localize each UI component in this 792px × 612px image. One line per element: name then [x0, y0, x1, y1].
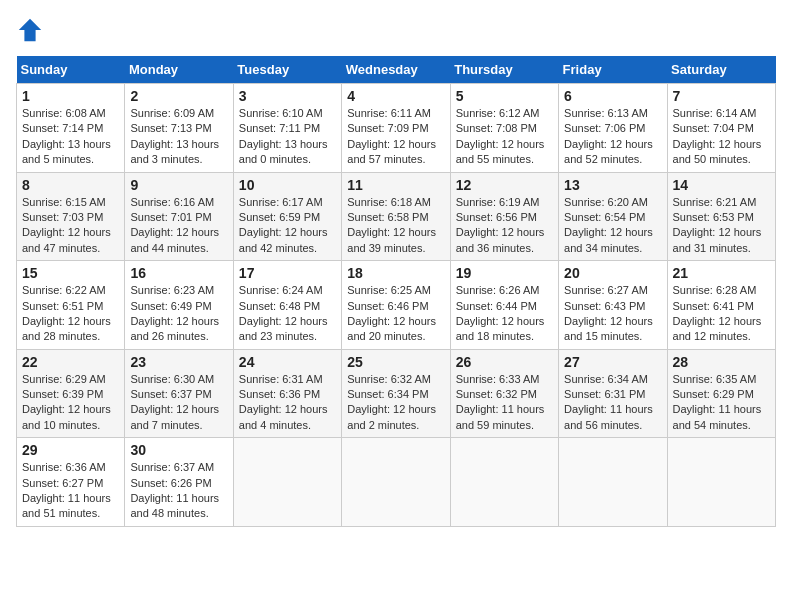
day-info: Sunrise: 6:09 AM Sunset: 7:13 PM Dayligh…	[130, 106, 227, 168]
calendar-cell: 7Sunrise: 6:14 AM Sunset: 7:04 PM Daylig…	[667, 84, 775, 173]
day-number: 30	[130, 442, 227, 458]
calendar-cell	[450, 438, 558, 527]
weekday-header-sunday: Sunday	[17, 56, 125, 84]
calendar-cell: 12Sunrise: 6:19 AM Sunset: 6:56 PM Dayli…	[450, 172, 558, 261]
day-info: Sunrise: 6:32 AM Sunset: 6:34 PM Dayligh…	[347, 372, 444, 434]
calendar-cell: 11Sunrise: 6:18 AM Sunset: 6:58 PM Dayli…	[342, 172, 450, 261]
svg-marker-0	[19, 19, 41, 41]
weekday-header-thursday: Thursday	[450, 56, 558, 84]
weekday-header-wednesday: Wednesday	[342, 56, 450, 84]
calendar-cell: 17Sunrise: 6:24 AM Sunset: 6:48 PM Dayli…	[233, 261, 341, 350]
day-info: Sunrise: 6:33 AM Sunset: 6:32 PM Dayligh…	[456, 372, 553, 434]
calendar-week-5: 29Sunrise: 6:36 AM Sunset: 6:27 PM Dayli…	[17, 438, 776, 527]
day-number: 24	[239, 354, 336, 370]
day-info: Sunrise: 6:11 AM Sunset: 7:09 PM Dayligh…	[347, 106, 444, 168]
day-number: 25	[347, 354, 444, 370]
calendar-cell: 23Sunrise: 6:30 AM Sunset: 6:37 PM Dayli…	[125, 349, 233, 438]
calendar-cell: 15Sunrise: 6:22 AM Sunset: 6:51 PM Dayli…	[17, 261, 125, 350]
calendar-week-3: 15Sunrise: 6:22 AM Sunset: 6:51 PM Dayli…	[17, 261, 776, 350]
day-number: 2	[130, 88, 227, 104]
calendar-cell: 8Sunrise: 6:15 AM Sunset: 7:03 PM Daylig…	[17, 172, 125, 261]
calendar-week-2: 8Sunrise: 6:15 AM Sunset: 7:03 PM Daylig…	[17, 172, 776, 261]
day-number: 16	[130, 265, 227, 281]
day-number: 8	[22, 177, 119, 193]
calendar-cell: 2Sunrise: 6:09 AM Sunset: 7:13 PM Daylig…	[125, 84, 233, 173]
day-info: Sunrise: 6:35 AM Sunset: 6:29 PM Dayligh…	[673, 372, 770, 434]
day-number: 15	[22, 265, 119, 281]
day-number: 10	[239, 177, 336, 193]
day-number: 28	[673, 354, 770, 370]
day-info: Sunrise: 6:36 AM Sunset: 6:27 PM Dayligh…	[22, 460, 119, 522]
weekday-header-tuesday: Tuesday	[233, 56, 341, 84]
weekday-header-monday: Monday	[125, 56, 233, 84]
calendar-cell: 14Sunrise: 6:21 AM Sunset: 6:53 PM Dayli…	[667, 172, 775, 261]
day-info: Sunrise: 6:15 AM Sunset: 7:03 PM Dayligh…	[22, 195, 119, 257]
calendar-cell	[559, 438, 667, 527]
day-number: 3	[239, 88, 336, 104]
day-info: Sunrise: 6:10 AM Sunset: 7:11 PM Dayligh…	[239, 106, 336, 168]
calendar-cell: 19Sunrise: 6:26 AM Sunset: 6:44 PM Dayli…	[450, 261, 558, 350]
calendar-cell: 4Sunrise: 6:11 AM Sunset: 7:09 PM Daylig…	[342, 84, 450, 173]
calendar-cell	[342, 438, 450, 527]
day-info: Sunrise: 6:12 AM Sunset: 7:08 PM Dayligh…	[456, 106, 553, 168]
calendar-table: SundayMondayTuesdayWednesdayThursdayFrid…	[16, 56, 776, 527]
weekday-header-friday: Friday	[559, 56, 667, 84]
day-info: Sunrise: 6:31 AM Sunset: 6:36 PM Dayligh…	[239, 372, 336, 434]
day-number: 18	[347, 265, 444, 281]
day-number: 19	[456, 265, 553, 281]
day-number: 14	[673, 177, 770, 193]
calendar-week-4: 22Sunrise: 6:29 AM Sunset: 6:39 PM Dayli…	[17, 349, 776, 438]
day-number: 9	[130, 177, 227, 193]
logo	[16, 16, 48, 44]
day-number: 21	[673, 265, 770, 281]
day-info: Sunrise: 6:16 AM Sunset: 7:01 PM Dayligh…	[130, 195, 227, 257]
weekday-header-row: SundayMondayTuesdayWednesdayThursdayFrid…	[17, 56, 776, 84]
calendar-week-1: 1Sunrise: 6:08 AM Sunset: 7:14 PM Daylig…	[17, 84, 776, 173]
day-number: 11	[347, 177, 444, 193]
day-number: 27	[564, 354, 661, 370]
day-info: Sunrise: 6:21 AM Sunset: 6:53 PM Dayligh…	[673, 195, 770, 257]
day-info: Sunrise: 6:34 AM Sunset: 6:31 PM Dayligh…	[564, 372, 661, 434]
day-info: Sunrise: 6:29 AM Sunset: 6:39 PM Dayligh…	[22, 372, 119, 434]
day-info: Sunrise: 6:19 AM Sunset: 6:56 PM Dayligh…	[456, 195, 553, 257]
day-info: Sunrise: 6:26 AM Sunset: 6:44 PM Dayligh…	[456, 283, 553, 345]
calendar-cell: 26Sunrise: 6:33 AM Sunset: 6:32 PM Dayli…	[450, 349, 558, 438]
calendar-cell: 27Sunrise: 6:34 AM Sunset: 6:31 PM Dayli…	[559, 349, 667, 438]
calendar-cell: 28Sunrise: 6:35 AM Sunset: 6:29 PM Dayli…	[667, 349, 775, 438]
calendar-cell: 29Sunrise: 6:36 AM Sunset: 6:27 PM Dayli…	[17, 438, 125, 527]
day-info: Sunrise: 6:14 AM Sunset: 7:04 PM Dayligh…	[673, 106, 770, 168]
day-number: 29	[22, 442, 119, 458]
calendar-cell: 16Sunrise: 6:23 AM Sunset: 6:49 PM Dayli…	[125, 261, 233, 350]
calendar-cell: 24Sunrise: 6:31 AM Sunset: 6:36 PM Dayli…	[233, 349, 341, 438]
day-number: 17	[239, 265, 336, 281]
day-number: 22	[22, 354, 119, 370]
calendar-cell	[667, 438, 775, 527]
day-info: Sunrise: 6:08 AM Sunset: 7:14 PM Dayligh…	[22, 106, 119, 168]
calendar-cell: 3Sunrise: 6:10 AM Sunset: 7:11 PM Daylig…	[233, 84, 341, 173]
day-info: Sunrise: 6:24 AM Sunset: 6:48 PM Dayligh…	[239, 283, 336, 345]
day-info: Sunrise: 6:13 AM Sunset: 7:06 PM Dayligh…	[564, 106, 661, 168]
day-info: Sunrise: 6:27 AM Sunset: 6:43 PM Dayligh…	[564, 283, 661, 345]
day-number: 7	[673, 88, 770, 104]
day-number: 4	[347, 88, 444, 104]
calendar-cell: 5Sunrise: 6:12 AM Sunset: 7:08 PM Daylig…	[450, 84, 558, 173]
calendar-cell: 18Sunrise: 6:25 AM Sunset: 6:46 PM Dayli…	[342, 261, 450, 350]
calendar-cell: 10Sunrise: 6:17 AM Sunset: 6:59 PM Dayli…	[233, 172, 341, 261]
day-number: 5	[456, 88, 553, 104]
day-info: Sunrise: 6:25 AM Sunset: 6:46 PM Dayligh…	[347, 283, 444, 345]
calendar-cell	[233, 438, 341, 527]
day-info: Sunrise: 6:20 AM Sunset: 6:54 PM Dayligh…	[564, 195, 661, 257]
calendar-cell: 6Sunrise: 6:13 AM Sunset: 7:06 PM Daylig…	[559, 84, 667, 173]
calendar-cell: 21Sunrise: 6:28 AM Sunset: 6:41 PM Dayli…	[667, 261, 775, 350]
day-number: 6	[564, 88, 661, 104]
day-number: 23	[130, 354, 227, 370]
day-info: Sunrise: 6:22 AM Sunset: 6:51 PM Dayligh…	[22, 283, 119, 345]
day-number: 1	[22, 88, 119, 104]
calendar-cell: 1Sunrise: 6:08 AM Sunset: 7:14 PM Daylig…	[17, 84, 125, 173]
calendar-cell: 20Sunrise: 6:27 AM Sunset: 6:43 PM Dayli…	[559, 261, 667, 350]
weekday-header-saturday: Saturday	[667, 56, 775, 84]
day-number: 20	[564, 265, 661, 281]
calendar-cell: 30Sunrise: 6:37 AM Sunset: 6:26 PM Dayli…	[125, 438, 233, 527]
day-info: Sunrise: 6:28 AM Sunset: 6:41 PM Dayligh…	[673, 283, 770, 345]
day-info: Sunrise: 6:17 AM Sunset: 6:59 PM Dayligh…	[239, 195, 336, 257]
